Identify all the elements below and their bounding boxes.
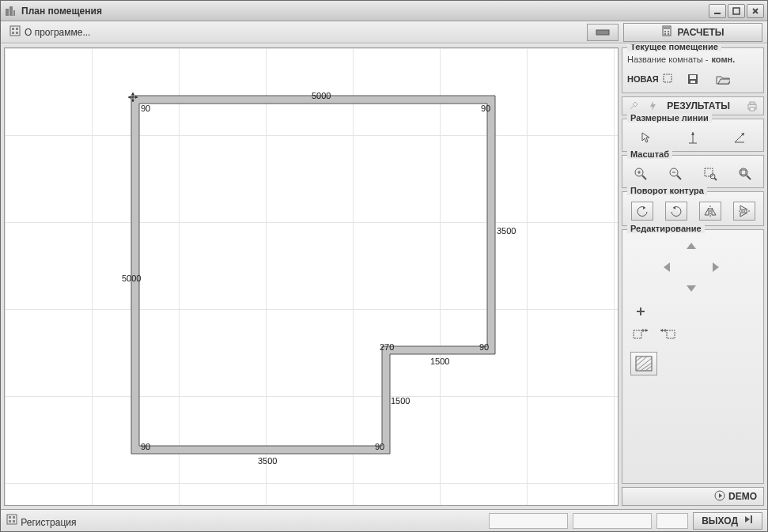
rotate-group: Поворот контура [622, 191, 764, 226]
dim-b-angle: 90 [375, 442, 384, 451]
save-room-button[interactable] [683, 70, 703, 88]
scale-legend: Масштаб [627, 149, 672, 159]
rotate-cw-button[interactable] [665, 202, 687, 221]
dim-left: 5000 [122, 274, 141, 283]
print-icon[interactable] [746, 97, 759, 115]
scale-group: Масштаб [622, 155, 764, 188]
zoom-in-icon[interactable] [630, 165, 651, 183]
maximize-button[interactable] [728, 4, 745, 18]
register-button[interactable]: Регистрация [6, 513, 77, 528]
svg-rect-81 [7, 515, 17, 524]
svg-rect-50 [741, 170, 746, 175]
zoom-fit-icon[interactable] [735, 165, 755, 183]
close-button[interactable] [747, 4, 764, 18]
open-room-button[interactable] [713, 70, 733, 88]
dim-top: 5000 [312, 91, 331, 100]
svg-point-16 [668, 31, 669, 32]
add-point-button[interactable] [630, 303, 651, 320]
room-name-label: Название комнаты - [627, 55, 708, 64]
svg-rect-11 [16, 32, 18, 34]
status-field-2 [573, 513, 652, 529]
calculations-label: РАСЧЕТЫ [677, 27, 724, 38]
nudge-right-button[interactable] [705, 258, 725, 276]
dim-step-h: 1500 [391, 396, 410, 406]
exit-label: ВЫХОД [702, 515, 738, 526]
svg-marker-54 [705, 208, 709, 215]
edit-legend: Редактирование [627, 224, 705, 233]
dim-mr-angle: 90 [479, 342, 489, 352]
svg-point-17 [664, 33, 666, 35]
room-name-value: комн. [711, 55, 735, 64]
dim-diagonal-icon[interactable] [729, 129, 750, 146]
svg-rect-1 [9, 6, 13, 16]
svg-rect-12 [596, 30, 609, 35]
break-contour-button[interactable] [630, 326, 651, 344]
svg-point-15 [664, 31, 666, 32]
bolt-icon[interactable] [647, 97, 659, 115]
dim-bl-angle: 90 [141, 442, 150, 451]
register-icon [6, 517, 18, 528]
svg-rect-82 [9, 516, 11, 519]
dim-tr-angle: 90 [481, 104, 490, 113]
mirror-h-button[interactable] [699, 202, 721, 221]
dim-vertical-icon[interactable] [683, 129, 703, 146]
svg-line-49 [747, 175, 751, 179]
calculator-icon [661, 25, 672, 39]
hatch-button[interactable] [630, 352, 657, 375]
new-room-label: НОВАЯ [627, 74, 659, 84]
pin-icon[interactable] [627, 97, 639, 115]
minimize-button[interactable] [709, 4, 726, 18]
svg-marker-34 [691, 132, 694, 135]
svg-rect-85 [13, 520, 15, 523]
svg-marker-21 [128, 96, 131, 99]
play-icon [714, 490, 725, 504]
svg-rect-9 [16, 28, 18, 30]
svg-rect-30 [750, 102, 755, 104]
dim-cursor-icon[interactable] [636, 129, 656, 146]
svg-marker-72 [660, 329, 663, 332]
join-contour-button[interactable] [657, 326, 678, 344]
rotate-ccw-button[interactable] [631, 202, 653, 221]
nudge-left-button[interactable] [657, 258, 678, 276]
current-room-legend: Текущее помещение [627, 43, 721, 51]
svg-rect-7 [10, 26, 20, 36]
calculations-button[interactable]: РАСЧЕТЫ [623, 23, 762, 42]
zoom-window-icon[interactable] [700, 165, 721, 183]
new-room-button[interactable]: НОВАЯ [627, 73, 673, 85]
dim-step-w: 1500 [430, 357, 449, 366]
exit-button[interactable]: ВЫХОД [693, 512, 762, 530]
svg-rect-25 [664, 74, 672, 82]
mirror-v-button[interactable] [733, 202, 755, 221]
svg-rect-10 [12, 32, 14, 34]
svg-marker-23 [131, 92, 134, 95]
svg-rect-4 [733, 8, 740, 14]
svg-line-39 [642, 175, 646, 179]
zoom-out-icon[interactable] [665, 165, 686, 183]
svg-marker-59 [687, 243, 696, 249]
results-label[interactable]: РЕЗУЛЬТАТЫ [667, 100, 730, 111]
svg-rect-27 [690, 75, 696, 79]
demo-button[interactable]: DEMO [622, 487, 764, 506]
nudge-down-button[interactable] [681, 279, 702, 296]
about-button[interactable]: О программе... [6, 23, 93, 41]
window-title: План помещения [21, 6, 102, 17]
svg-rect-28 [690, 81, 695, 83]
dim-tl-angle: 90 [141, 104, 150, 113]
svg-rect-0 [6, 9, 9, 16]
svg-rect-2 [13, 10, 15, 16]
dim-right: 3500 [497, 226, 516, 236]
nudge-up-button[interactable] [681, 238, 702, 255]
plan-canvas[interactable]: 5000 90 90 5000 3500 90 270 1500 1500 90… [4, 47, 619, 506]
svg-marker-61 [713, 262, 719, 272]
svg-marker-60 [664, 262, 670, 272]
dim-bottom: 3500 [258, 456, 277, 466]
status-field-1 [489, 513, 568, 529]
svg-rect-65 [634, 330, 641, 338]
svg-marker-58 [740, 213, 747, 217]
svg-marker-57 [740, 206, 747, 209]
svg-marker-80 [719, 493, 722, 498]
mode-toggle[interactable] [587, 24, 619, 41]
svg-point-18 [668, 33, 669, 35]
svg-rect-31 [750, 108, 755, 111]
svg-rect-45 [705, 168, 713, 176]
